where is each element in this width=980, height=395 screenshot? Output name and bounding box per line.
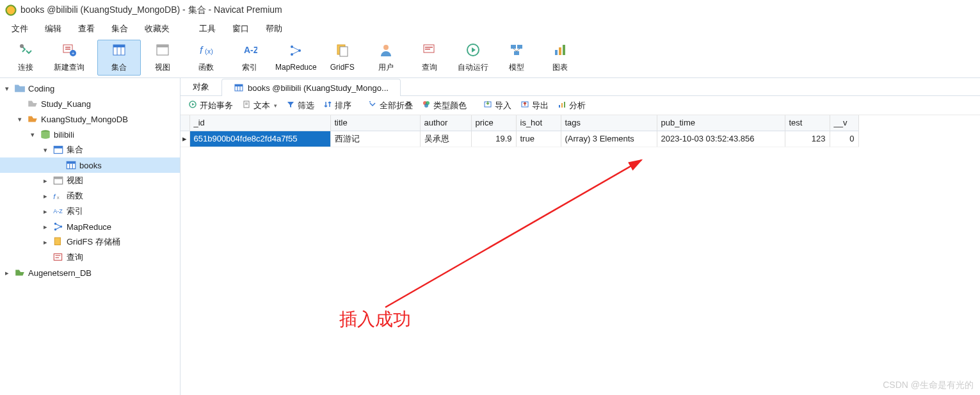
action-analyze[interactable]: 分析 (554, 99, 590, 113)
menu-2[interactable]: 查看 (70, 21, 102, 36)
table-row[interactable]: ▸651b900b04fde8c2fd4a7f55西游记吴承恩19.9true(… (181, 131, 858, 147)
cell-_id[interactable]: 651b900b04fde8c2fd4a7f55 (189, 131, 330, 147)
tree-node-2[interactable]: ▾KuangStudy_MongoDB (0, 111, 180, 127)
gridfs-icon (52, 236, 64, 248)
action-collapse[interactable]: 全部折叠 (364, 99, 417, 113)
svg-rect-12 (157, 45, 168, 47)
db-icon (40, 129, 51, 140)
col-header-__v[interactable]: __v (830, 115, 858, 131)
tool-model[interactable]: 模型 (495, 40, 538, 76)
svg-line-20 (292, 51, 300, 54)
window-titlebar: books @bilibili (KuangStudy_MongoDB) - 集… (0, 0, 980, 20)
svg-rect-34 (555, 50, 558, 55)
cell-pub_time[interactable]: 2023-10-03 03:52:43.856 (657, 131, 785, 147)
tree-caret[interactable]: ▸ (3, 269, 12, 277)
svg-rect-8 (113, 45, 125, 47)
tree-node-12[interactable]: ▸Augenetsern_DB (0, 265, 180, 280)
menu-6[interactable]: 窗口 (225, 21, 257, 36)
tree-node-11[interactable]: 查询 (0, 250, 180, 265)
action-color[interactable]: 类型颜色 (418, 99, 470, 113)
svg-rect-3 (65, 47, 70, 48)
tree-caret[interactable]: ▸ (41, 192, 50, 200)
svg-text:x: x (57, 195, 60, 200)
tree-caret[interactable]: ▾ (15, 115, 24, 124)
tree-node-7[interactable]: ▸fx函数 (0, 188, 180, 204)
color-icon (422, 100, 431, 111)
cell-author[interactable]: 吴承恩 (420, 131, 471, 147)
tree-node-4[interactable]: ▾集合 (0, 142, 180, 157)
tool-mapreduce[interactable]: MapReduce (271, 40, 321, 76)
col-header-title[interactable]: title (330, 115, 420, 131)
tool-query[interactable]: 查询 (408, 40, 451, 76)
action-doc[interactable]: 文本▾ (238, 99, 281, 113)
tree-caret[interactable]: ▾ (3, 85, 12, 93)
tool-newquery[interactable]: +新建查询 (47, 40, 91, 76)
menu-1[interactable]: 编辑 (37, 21, 69, 36)
col-header-tags[interactable]: tags (561, 115, 657, 131)
tree-node-10[interactable]: ▸GridFS 存储桶 (0, 234, 180, 250)
tree-caret[interactable]: ▸ (41, 223, 50, 231)
cell-title[interactable]: 西游记 (330, 131, 420, 147)
tree-caret[interactable]: ▸ (41, 207, 50, 216)
menu-7[interactable]: 帮助 (258, 21, 290, 36)
col-header-pub_time[interactable]: pub_time (657, 115, 785, 131)
tool-index[interactable]: A-Z索引 (228, 40, 271, 76)
conn-green-icon (14, 267, 26, 278)
cell-test[interactable]: 123 (785, 131, 830, 147)
tree-caret[interactable]: ▸ (41, 238, 50, 246)
tree-label: 视图 (67, 175, 83, 186)
tool-connect[interactable]: 连接 (4, 40, 47, 76)
action-sort[interactable]: 排序 (319, 99, 355, 113)
tool-collection[interactable]: 集合 (97, 40, 141, 76)
tool-function[interactable]: f(x)函数 (184, 40, 228, 76)
tree-caret[interactable]: ▾ (41, 146, 50, 154)
cell-__v[interactable]: 0 (830, 131, 858, 147)
svg-point-70 (424, 104, 428, 108)
tree-node-8[interactable]: ▸A-Z索引 (0, 204, 180, 219)
tree-node-9[interactable]: ▸MapReduce (0, 219, 180, 234)
svg-rect-4 (65, 49, 70, 50)
tree-caret[interactable]: ▸ (41, 177, 50, 185)
svg-rect-55 (54, 254, 61, 260)
action-tx[interactable]: 开始事务 (184, 99, 237, 113)
col-header-_id[interactable]: _id (189, 115, 330, 131)
tree-node-1[interactable]: Study_Kuang (0, 96, 180, 111)
tree-label: bilibili (54, 130, 74, 140)
tree-node-5[interactable]: books (0, 157, 180, 173)
cell-tags[interactable]: (Array) 3 Elements (561, 131, 657, 147)
action-filter[interactable]: 筛选 (282, 99, 318, 113)
col-header-author[interactable]: author (420, 115, 471, 131)
tool-label: 用户 (378, 62, 394, 73)
tool-gridfs[interactable]: GridFS (321, 40, 364, 76)
data-grid[interactable]: _idtitleauthorpriceis_hottagspub_timetes… (181, 115, 980, 395)
col-header-test[interactable]: test (785, 115, 830, 131)
action-import[interactable]: 导入 (479, 99, 515, 113)
menu-0[interactable]: 文件 (4, 21, 36, 36)
menu-5[interactable]: 工具 (191, 21, 223, 36)
tree-node-0[interactable]: ▾Coding (0, 81, 180, 96)
menu-3[interactable]: 集合 (104, 21, 136, 36)
tab-0[interactable]: 对象 (181, 78, 221, 95)
tool-chart[interactable]: 图表 (538, 40, 582, 76)
col-header-price[interactable]: price (471, 115, 516, 131)
col-header-is_hot[interactable]: is_hot (516, 115, 561, 131)
svg-line-76 (385, 160, 641, 307)
tab-label: 对象 (193, 81, 209, 93)
tool-view[interactable]: 视图 (141, 40, 184, 76)
tab-1[interactable]: books @bilibili (KuangStudy_Mongo... (221, 79, 401, 96)
tool-autorun[interactable]: 自动运行 (451, 40, 495, 76)
cell-is_hot[interactable]: true (516, 131, 561, 147)
dropdown-caret-icon: ▾ (274, 102, 277, 109)
coll-icon (65, 159, 77, 171)
action-label: 排序 (335, 100, 351, 111)
connection-tree[interactable]: ▾CodingStudy_Kuang▾KuangStudy_MongoDB▾bi… (0, 78, 181, 395)
menu-4[interactable]: 收藏夹 (137, 21, 177, 36)
tree-caret[interactable]: ▾ (28, 131, 37, 139)
cell-price[interactable]: 19.9 (471, 131, 516, 147)
tree-node-6[interactable]: ▸视图 (0, 173, 180, 188)
svg-text:f: f (53, 193, 56, 200)
tree-node-3[interactable]: ▾bilibili (0, 127, 180, 142)
action-export[interactable]: 导出 (517, 99, 552, 113)
tool-label: 自动运行 (458, 62, 488, 73)
tool-user[interactable]: 用户 (364, 40, 408, 76)
